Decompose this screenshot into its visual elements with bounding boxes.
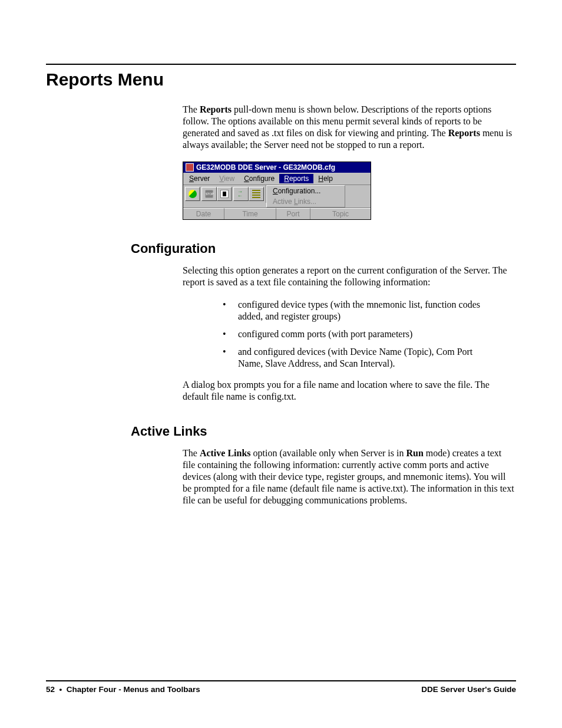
- al-text-1: The: [183, 448, 200, 458]
- list-icon: [252, 190, 260, 198]
- al-bold-2: Run: [406, 448, 423, 458]
- dropdown-configuration[interactable]: Configuration...: [267, 186, 345, 196]
- config-p1: Selecting this option generates a report…: [183, 265, 516, 288]
- status-time: Time: [224, 208, 276, 219]
- chapter-title: Chapter Four - Menus and Toolbars: [67, 685, 200, 694]
- page-footer: 52 • Chapter Four - Menus and Toolbars D…: [46, 685, 516, 694]
- window-titlebar: GE32MODB DDE Server - GE32MODB.cfg: [183, 162, 371, 173]
- app-window: GE32MODB DDE Server - GE32MODB.cfg Serve…: [183, 162, 371, 220]
- menu-view: View: [214, 174, 239, 183]
- stop-icon: [205, 190, 213, 198]
- run-icon: [189, 190, 197, 198]
- transfer-button[interactable]: [233, 187, 249, 201]
- menu-configure[interactable]: Configure: [239, 174, 279, 183]
- intro-bold-2: Reports: [448, 128, 480, 138]
- active-links-paragraph: The Active Links option (available only …: [183, 447, 516, 506]
- list-button[interactable]: [249, 187, 264, 201]
- footer-left: 52 • Chapter Four - Menus and Toolbars: [46, 685, 200, 694]
- footer-right: DDE Server User's Guide: [421, 685, 516, 694]
- menu-server[interactable]: Server: [184, 174, 214, 183]
- status-port: Port: [276, 208, 310, 219]
- status-topic: Topic: [310, 208, 371, 219]
- page-heading: Reports Menu: [46, 70, 516, 90]
- pause-button[interactable]: [217, 187, 232, 201]
- toolbar: [183, 185, 266, 203]
- config-p2: A dialog box prompts you for a file name…: [183, 379, 516, 403]
- status-bar: Date Time Port Topic: [183, 207, 371, 219]
- bottom-rule: [46, 680, 516, 681]
- config-bullet-1: configured device types (with the mnemon…: [218, 299, 481, 322]
- status-date: Date: [183, 208, 224, 219]
- config-bullet-2: configured comm ports (with port paramet…: [218, 328, 481, 340]
- intro-text: The: [183, 104, 200, 114]
- reports-dropdown: Configuration... Active Links...: [266, 185, 345, 207]
- section-heading-configuration: Configuration: [131, 241, 516, 256]
- config-bullets: configured device types (with the mnemon…: [218, 299, 481, 370]
- dropdown-active-links: Active Links...: [267, 196, 345, 207]
- menu-reports[interactable]: Reports: [279, 174, 313, 183]
- al-text-2: option (available only when Server is in: [251, 448, 406, 458]
- section-heading-active-links: Active Links: [131, 424, 516, 439]
- transfer-icon: [237, 190, 245, 198]
- run-button[interactable]: [185, 187, 200, 201]
- stop-button[interactable]: [201, 187, 217, 201]
- window-title: GE32MODB DDE Server - GE32MODB.cfg: [196, 163, 335, 172]
- pause-icon: [220, 190, 229, 198]
- config-bullet-3: and configured devices (with Device Name…: [218, 346, 481, 370]
- menu-help[interactable]: Help: [313, 174, 338, 183]
- top-rule: [46, 64, 516, 65]
- page-number: 52: [46, 685, 55, 694]
- al-bold-1: Active Links: [200, 448, 251, 458]
- footer-dot: •: [57, 685, 67, 694]
- menubar: Server View Configure Reports Help: [183, 173, 371, 185]
- app-icon: [186, 163, 194, 172]
- intro-bold-1: Reports: [200, 104, 232, 114]
- intro-paragraph: The Reports pull-down menu is shown belo…: [183, 104, 516, 151]
